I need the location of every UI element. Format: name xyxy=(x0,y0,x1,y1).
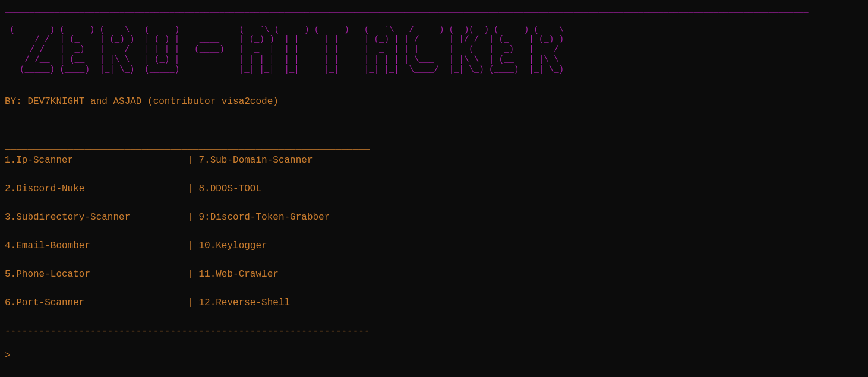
credits-line: BY: DEV7KNIGHT and ASJAD (contributor vi… xyxy=(5,96,863,107)
menu-row-3[interactable]: 3.Subdirectory-Scanner | 9:Discord-Token… xyxy=(5,210,863,224)
ascii-art-banner: ________________________________________… xyxy=(5,5,863,84)
menu-row-5[interactable]: 5.Phone-Locator | 11.Web-Crawler xyxy=(5,267,863,281)
menu-row-2[interactable]: 2.Discord-Nuke | 8.DDOS-TOOL xyxy=(5,182,863,196)
menu-bottom-divider: ----------------------------------------… xyxy=(5,326,370,337)
banner-bottom-divider: ________________________________________… xyxy=(5,75,809,84)
input-prompt[interactable]: > xyxy=(5,350,863,361)
menu-row-6[interactable]: 6.Port-Scanner | 12.Reverse-Shell xyxy=(5,296,863,310)
menu-row-4[interactable]: 4.Email-Boomber | 10.Keylogger xyxy=(5,239,863,253)
banner-top-divider: ________________________________________… xyxy=(5,5,809,14)
menu-top-divider: ________________________________________… xyxy=(5,141,370,151)
menu-row-1[interactable]: 1.Ip-Scanner | 7.Sub-Domain-Scanner xyxy=(5,153,863,167)
tool-menu: ________________________________________… xyxy=(5,125,863,338)
